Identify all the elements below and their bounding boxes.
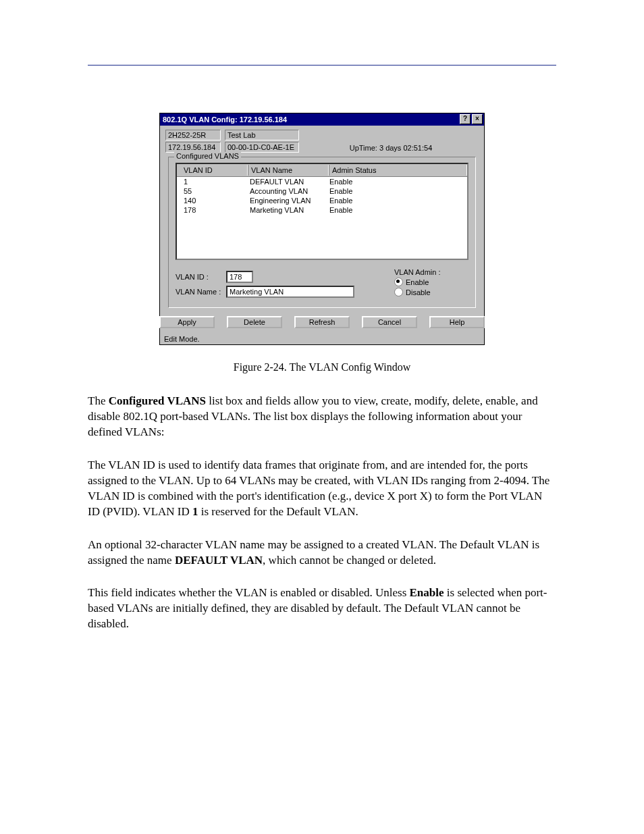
table-row[interactable]: 140 Engineering VLAN Enable xyxy=(177,196,467,205)
vlan-name-field[interactable] xyxy=(226,286,354,298)
status-line: Edit Mode. xyxy=(160,334,484,344)
cancel-button[interactable]: Cancel xyxy=(362,316,417,328)
group-legend: Configured VLANS xyxy=(174,152,241,160)
body-paragraph: An optional 32-character VLAN name may b… xyxy=(88,538,556,569)
cell-name: DEFAULT VLAN xyxy=(247,178,327,186)
device-location: Test Lab xyxy=(225,130,299,140)
figure-caption: Figure 2-24. The VLAN Config Window xyxy=(88,361,556,373)
cell-status: Enable xyxy=(327,178,467,186)
cell-id: 55 xyxy=(181,187,247,195)
cell-id: 178 xyxy=(181,206,247,214)
cell-id: 140 xyxy=(181,197,247,205)
col-admin-status[interactable]: Admin Status xyxy=(329,165,467,176)
vlan-name-label: VLAN Name : xyxy=(176,288,226,296)
cell-name: Engineering VLAN xyxy=(247,197,327,205)
uptime-label: UpTime: 3 days 02:51:54 xyxy=(303,142,479,152)
body-paragraph: This field indicates whether the VLAN is… xyxy=(88,585,556,632)
cell-status: Enable xyxy=(327,206,467,214)
apply-button[interactable]: Apply xyxy=(159,316,215,328)
listbox-header: VLAN ID VLAN Name Admin Status xyxy=(177,164,467,177)
table-row[interactable]: 178 Marketing VLAN Enable xyxy=(177,205,467,215)
radio-icon xyxy=(394,288,403,296)
body-paragraph: The Configured VLANS list box and fields… xyxy=(88,394,556,440)
cell-status: Enable xyxy=(327,197,467,205)
help-icon[interactable]: ? xyxy=(460,114,471,124)
disable-radio[interactable]: Disable xyxy=(394,288,440,296)
col-vlan-id[interactable]: VLAN ID xyxy=(181,165,248,176)
vlan-id-field[interactable] xyxy=(226,271,253,283)
table-row[interactable]: 1 DEFAULT VLAN Enable xyxy=(177,177,467,186)
device-mac: 00-00-1D-C0-AE-1E xyxy=(225,142,299,153)
col-vlan-name[interactable]: VLAN Name xyxy=(248,165,329,176)
cell-status: Enable xyxy=(327,187,467,195)
vlan-admin-label: VLAN Admin : xyxy=(394,268,440,276)
device-model: 2H252-25R xyxy=(165,130,221,140)
window-title: 802.1Q VLAN Config: 172.19.56.184 xyxy=(163,115,458,124)
vlan-config-dialog: 802.1Q VLAN Config: 172.19.56.184 ? × 2H… xyxy=(159,113,485,345)
cell-name: Accounting VLAN xyxy=(247,187,327,195)
help-button[interactable]: Help xyxy=(429,316,485,328)
refresh-button[interactable]: Refresh xyxy=(294,316,350,328)
page-top-rule xyxy=(88,65,556,66)
titlebar: 802.1Q VLAN Config: 172.19.56.184 ? × xyxy=(160,113,484,126)
device-ip: 172.19.56.184 xyxy=(165,142,221,153)
vlan-id-label: VLAN ID : xyxy=(176,273,226,281)
radio-icon xyxy=(394,278,403,286)
vlan-listbox[interactable]: VLAN ID VLAN Name Admin Status 1 DEFAULT… xyxy=(176,163,468,260)
configured-vlans-group: Configured VLANS VLAN ID VLAN Name Admin… xyxy=(168,157,476,308)
cell-name: Marketing VLAN xyxy=(247,206,327,214)
body-paragraph: The VLAN ID is used to identify data fra… xyxy=(88,458,556,520)
table-row[interactable]: 55 Accounting VLAN Enable xyxy=(177,186,467,196)
enable-radio-label: Enable xyxy=(406,278,429,286)
cell-id: 1 xyxy=(181,178,247,186)
disable-radio-label: Disable xyxy=(406,288,431,296)
enable-radio[interactable]: Enable xyxy=(394,278,440,286)
delete-button[interactable]: Delete xyxy=(227,316,282,328)
close-icon[interactable]: × xyxy=(472,114,483,124)
